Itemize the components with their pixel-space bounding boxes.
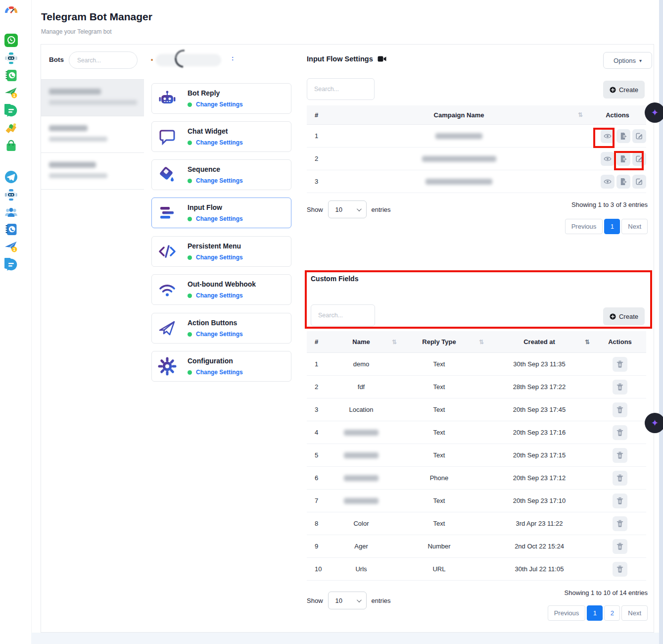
scrollbar[interactable]	[659, 0, 663, 644]
next-page-button[interactable]: Next	[621, 219, 648, 234]
delete-button[interactable]	[613, 562, 627, 577]
view-button[interactable]	[601, 152, 615, 166]
audience-icon[interactable]	[4, 205, 18, 219]
edit-button[interactable]	[632, 152, 646, 166]
video-camera-icon	[378, 55, 386, 62]
delete-button[interactable]	[613, 425, 627, 440]
messenger-green-icon[interactable]	[4, 104, 18, 117]
bot-list	[41, 79, 144, 190]
field-actions	[594, 402, 646, 417]
show-label: Show	[307, 597, 323, 604]
field-name: Ager	[329, 543, 393, 550]
campaigns-page-size-select[interactable]: 10	[328, 200, 367, 218]
sort-icon[interactable]: ⇅	[479, 339, 484, 346]
field-reply-type: Text	[393, 360, 485, 368]
next-page-button[interactable]: Next	[621, 605, 648, 621]
page-button-2[interactable]: 2	[604, 605, 620, 621]
assistant-sparkle-button[interactable]: ✦	[645, 102, 663, 123]
menu-card-sequence[interactable]: SequenceChange Settings	[151, 159, 291, 190]
campaign-name-blurred	[329, 156, 589, 162]
options-button[interactable]: Options ▾	[603, 52, 652, 69]
previous-page-button[interactable]: Previous	[548, 605, 586, 621]
col-reply-type[interactable]: Reply Type	[393, 338, 485, 346]
change-settings-link[interactable]: Change Settings	[196, 177, 243, 184]
change-settings-link[interactable]: Change Settings	[196, 292, 243, 299]
sort-icon[interactable]: ⇅	[578, 111, 583, 118]
field-reply-type: Text	[393, 429, 485, 436]
edit-button[interactable]	[632, 129, 646, 143]
messenger-blue-icon[interactable]	[4, 258, 18, 271]
dashboard-icon[interactable]	[4, 4, 18, 17]
broadcast-blue-icon[interactable]: 1	[4, 240, 18, 253]
bot-list-item[interactable]	[41, 80, 144, 116]
change-settings-link[interactable]: Change Settings	[196, 369, 243, 376]
campaigns-summary: Showing 1 to 3 of 3 entries	[571, 201, 648, 208]
change-settings-link[interactable]: Change Settings	[196, 254, 243, 261]
delete-button[interactable]	[613, 448, 627, 463]
store-icon[interactable]	[4, 139, 18, 152]
custom-fields-page-size-row: Show 10 entries	[307, 592, 391, 609]
bots-search-input[interactable]	[69, 51, 138, 69]
menu-card-action-buttons[interactable]: Action ButtonsChange Settings	[151, 313, 291, 344]
custom-fields-page-size-select[interactable]: 10	[328, 592, 367, 609]
delete-button[interactable]	[613, 380, 627, 395]
integrations-icon[interactable]	[4, 121, 18, 135]
delete-button[interactable]	[613, 539, 627, 554]
status-green-dot	[188, 255, 192, 260]
col-created-at[interactable]: Created at	[485, 338, 594, 346]
campaign-search-input[interactable]	[307, 78, 375, 100]
export-button[interactable]	[616, 175, 630, 189]
menu-card-chat-widget[interactable]: Chat WidgetChange Settings	[151, 121, 291, 152]
bot-list-item[interactable]	[41, 153, 144, 190]
view-button[interactable]	[601, 129, 615, 143]
custom-fields-create-button[interactable]: Create	[603, 307, 645, 325]
assistant-sparkle-button[interactable]: ✦	[645, 413, 663, 433]
chatbot-teal-icon[interactable]	[4, 51, 18, 65]
campaigns-table-header: # Campaign Name Actions ⇅	[307, 105, 646, 125]
change-settings-link[interactable]: Change Settings	[196, 101, 243, 108]
menu-card-configuration[interactable]: ConfigurationChange Settings	[151, 351, 291, 382]
change-settings-link[interactable]: Change Settings	[196, 139, 243, 146]
menu-card-bot-reply[interactable]: Bot ReplyChange Settings	[151, 83, 291, 114]
field-created-at: 30th Sep 23 11:35	[485, 360, 594, 368]
col-campaign-name[interactable]: Campaign Name	[329, 111, 589, 119]
menu-card-status-row: Change Settings	[188, 254, 243, 261]
previous-page-button[interactable]: Previous	[565, 219, 603, 234]
delete-button[interactable]	[613, 471, 627, 486]
field-row-number: 1	[307, 360, 329, 368]
sort-icon-active[interactable]: ⇅	[585, 339, 590, 346]
chatbot-blue-icon[interactable]	[4, 188, 18, 201]
custom-fields-search-input[interactable]	[311, 304, 375, 326]
broadcast-green-icon[interactable]: 1	[4, 86, 18, 99]
sort-icon[interactable]: ⇅	[392, 339, 397, 346]
export-button[interactable]	[616, 129, 630, 143]
custom-field-row: 9AgerNumber2nd Oct 22 15:24	[307, 535, 646, 558]
page-button-1[interactable]: 1	[604, 219, 620, 234]
page-button-1[interactable]: 1	[587, 605, 603, 621]
menu-card-label: Bot Reply	[188, 89, 220, 97]
campaign-create-button[interactable]: Create	[603, 81, 645, 99]
view-button[interactable]	[601, 175, 615, 189]
delete-button[interactable]	[613, 494, 627, 508]
phonebook-green-icon[interactable]	[4, 69, 18, 82]
menu-card-input-flow[interactable]: Input FlowChange Settings	[151, 198, 291, 228]
delete-button[interactable]	[613, 516, 627, 531]
delete-button[interactable]	[613, 357, 627, 372]
menu-card-persistent-menu[interactable]: Persistent MenuChange Settings	[151, 236, 291, 267]
blurred-bot-title	[49, 89, 101, 95]
delete-button[interactable]	[613, 402, 627, 417]
col-name[interactable]: Name	[329, 338, 393, 346]
change-settings-link[interactable]: Change Settings	[196, 331, 243, 338]
telegram-icon[interactable]	[4, 170, 18, 184]
col-number: #	[307, 111, 329, 119]
whatsapp-icon[interactable]	[4, 34, 18, 47]
input-flow-icon	[158, 203, 177, 222]
menu-card-out-bound-webhook[interactable]: Out-bound WebhookChange Settings	[151, 274, 291, 305]
bot-list-item[interactable]	[41, 116, 144, 153]
edit-button[interactable]	[632, 175, 646, 189]
phonebook-blue-icon[interactable]	[4, 223, 18, 236]
content-panel: Input Flow Settings Options ▾ Create # C…	[299, 44, 654, 633]
options-button-label: Options	[614, 57, 636, 64]
change-settings-link[interactable]: Change Settings	[196, 215, 243, 222]
export-button[interactable]	[616, 152, 630, 166]
